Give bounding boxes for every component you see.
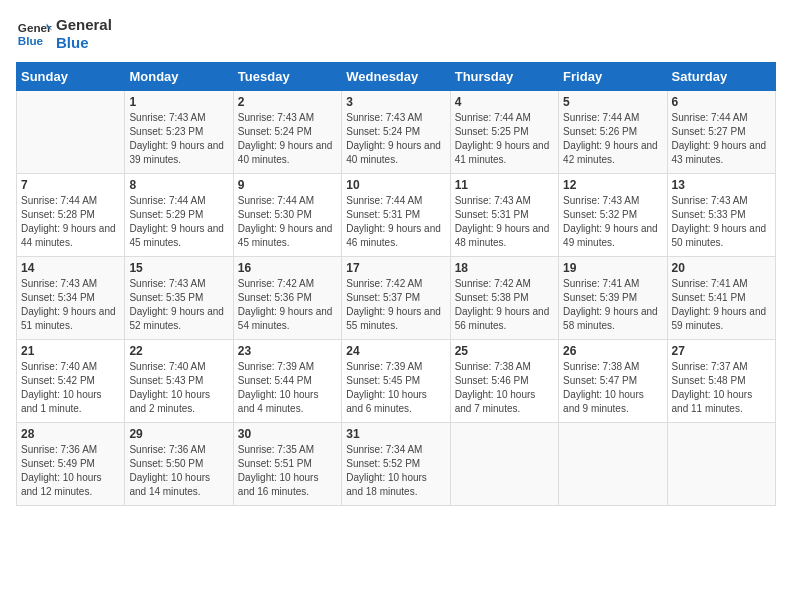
header-thursday: Thursday — [450, 63, 558, 91]
calendar-cell: 28Sunrise: 7:36 AMSunset: 5:49 PMDayligh… — [17, 423, 125, 506]
calendar-cell: 3Sunrise: 7:43 AMSunset: 5:24 PMDaylight… — [342, 91, 450, 174]
calendar-cell: 12Sunrise: 7:43 AMSunset: 5:32 PMDayligh… — [559, 174, 667, 257]
day-info: Sunrise: 7:42 AMSunset: 5:36 PMDaylight:… — [238, 277, 337, 333]
calendar-cell: 9Sunrise: 7:44 AMSunset: 5:30 PMDaylight… — [233, 174, 341, 257]
day-number: 4 — [455, 95, 554, 109]
page-header: General Blue General Blue — [16, 16, 776, 52]
day-info: Sunrise: 7:44 AMSunset: 5:27 PMDaylight:… — [672, 111, 771, 167]
day-info: Sunrise: 7:44 AMSunset: 5:25 PMDaylight:… — [455, 111, 554, 167]
day-info: Sunrise: 7:36 AMSunset: 5:50 PMDaylight:… — [129, 443, 228, 499]
day-number: 10 — [346, 178, 445, 192]
day-number: 13 — [672, 178, 771, 192]
calendar-cell: 13Sunrise: 7:43 AMSunset: 5:33 PMDayligh… — [667, 174, 775, 257]
calendar-cell: 30Sunrise: 7:35 AMSunset: 5:51 PMDayligh… — [233, 423, 341, 506]
day-number: 11 — [455, 178, 554, 192]
day-info: Sunrise: 7:36 AMSunset: 5:49 PMDaylight:… — [21, 443, 120, 499]
day-info: Sunrise: 7:41 AMSunset: 5:39 PMDaylight:… — [563, 277, 662, 333]
day-number: 23 — [238, 344, 337, 358]
day-number: 27 — [672, 344, 771, 358]
calendar-cell: 24Sunrise: 7:39 AMSunset: 5:45 PMDayligh… — [342, 340, 450, 423]
day-number: 20 — [672, 261, 771, 275]
day-info: Sunrise: 7:42 AMSunset: 5:38 PMDaylight:… — [455, 277, 554, 333]
header-friday: Friday — [559, 63, 667, 91]
day-info: Sunrise: 7:35 AMSunset: 5:51 PMDaylight:… — [238, 443, 337, 499]
day-number: 6 — [672, 95, 771, 109]
header-monday: Monday — [125, 63, 233, 91]
calendar-cell: 4Sunrise: 7:44 AMSunset: 5:25 PMDaylight… — [450, 91, 558, 174]
week-row-3: 21Sunrise: 7:40 AMSunset: 5:42 PMDayligh… — [17, 340, 776, 423]
header-sunday: Sunday — [17, 63, 125, 91]
calendar-cell: 20Sunrise: 7:41 AMSunset: 5:41 PMDayligh… — [667, 257, 775, 340]
day-info: Sunrise: 7:43 AMSunset: 5:24 PMDaylight:… — [238, 111, 337, 167]
calendar-cell: 29Sunrise: 7:36 AMSunset: 5:50 PMDayligh… — [125, 423, 233, 506]
logo-blue: Blue — [56, 34, 112, 52]
day-info: Sunrise: 7:43 AMSunset: 5:35 PMDaylight:… — [129, 277, 228, 333]
day-number: 26 — [563, 344, 662, 358]
day-info: Sunrise: 7:40 AMSunset: 5:43 PMDaylight:… — [129, 360, 228, 416]
day-info: Sunrise: 7:43 AMSunset: 5:31 PMDaylight:… — [455, 194, 554, 250]
day-number: 24 — [346, 344, 445, 358]
logo-general: General — [56, 16, 112, 34]
day-number: 14 — [21, 261, 120, 275]
day-number: 5 — [563, 95, 662, 109]
calendar-cell: 2Sunrise: 7:43 AMSunset: 5:24 PMDaylight… — [233, 91, 341, 174]
calendar-cell: 8Sunrise: 7:44 AMSunset: 5:29 PMDaylight… — [125, 174, 233, 257]
week-row-0: 1Sunrise: 7:43 AMSunset: 5:23 PMDaylight… — [17, 91, 776, 174]
day-info: Sunrise: 7:42 AMSunset: 5:37 PMDaylight:… — [346, 277, 445, 333]
calendar-header: SundayMondayTuesdayWednesdayThursdayFrid… — [17, 63, 776, 91]
header-row: SundayMondayTuesdayWednesdayThursdayFrid… — [17, 63, 776, 91]
day-number: 29 — [129, 427, 228, 441]
calendar-cell: 17Sunrise: 7:42 AMSunset: 5:37 PMDayligh… — [342, 257, 450, 340]
day-info: Sunrise: 7:43 AMSunset: 5:24 PMDaylight:… — [346, 111, 445, 167]
day-number: 2 — [238, 95, 337, 109]
calendar-cell: 19Sunrise: 7:41 AMSunset: 5:39 PMDayligh… — [559, 257, 667, 340]
day-number: 17 — [346, 261, 445, 275]
calendar-cell — [17, 91, 125, 174]
day-info: Sunrise: 7:40 AMSunset: 5:42 PMDaylight:… — [21, 360, 120, 416]
day-number: 28 — [21, 427, 120, 441]
day-number: 30 — [238, 427, 337, 441]
day-info: Sunrise: 7:39 AMSunset: 5:45 PMDaylight:… — [346, 360, 445, 416]
day-number: 3 — [346, 95, 445, 109]
calendar-cell: 11Sunrise: 7:43 AMSunset: 5:31 PMDayligh… — [450, 174, 558, 257]
day-number: 8 — [129, 178, 228, 192]
day-number: 25 — [455, 344, 554, 358]
header-saturday: Saturday — [667, 63, 775, 91]
day-info: Sunrise: 7:38 AMSunset: 5:46 PMDaylight:… — [455, 360, 554, 416]
day-number: 31 — [346, 427, 445, 441]
calendar-cell: 14Sunrise: 7:43 AMSunset: 5:34 PMDayligh… — [17, 257, 125, 340]
calendar-cell: 21Sunrise: 7:40 AMSunset: 5:42 PMDayligh… — [17, 340, 125, 423]
calendar-cell — [559, 423, 667, 506]
day-info: Sunrise: 7:39 AMSunset: 5:44 PMDaylight:… — [238, 360, 337, 416]
logo-icon: General Blue — [16, 16, 52, 52]
day-info: Sunrise: 7:44 AMSunset: 5:30 PMDaylight:… — [238, 194, 337, 250]
header-tuesday: Tuesday — [233, 63, 341, 91]
week-row-1: 7Sunrise: 7:44 AMSunset: 5:28 PMDaylight… — [17, 174, 776, 257]
week-row-4: 28Sunrise: 7:36 AMSunset: 5:49 PMDayligh… — [17, 423, 776, 506]
day-info: Sunrise: 7:43 AMSunset: 5:23 PMDaylight:… — [129, 111, 228, 167]
week-row-2: 14Sunrise: 7:43 AMSunset: 5:34 PMDayligh… — [17, 257, 776, 340]
day-number: 21 — [21, 344, 120, 358]
day-number: 1 — [129, 95, 228, 109]
day-info: Sunrise: 7:43 AMSunset: 5:32 PMDaylight:… — [563, 194, 662, 250]
calendar-cell: 31Sunrise: 7:34 AMSunset: 5:52 PMDayligh… — [342, 423, 450, 506]
calendar-table: SundayMondayTuesdayWednesdayThursdayFrid… — [16, 62, 776, 506]
calendar-cell: 1Sunrise: 7:43 AMSunset: 5:23 PMDaylight… — [125, 91, 233, 174]
day-info: Sunrise: 7:44 AMSunset: 5:26 PMDaylight:… — [563, 111, 662, 167]
svg-text:Blue: Blue — [18, 34, 44, 47]
calendar-cell: 6Sunrise: 7:44 AMSunset: 5:27 PMDaylight… — [667, 91, 775, 174]
calendar-cell: 16Sunrise: 7:42 AMSunset: 5:36 PMDayligh… — [233, 257, 341, 340]
day-info: Sunrise: 7:41 AMSunset: 5:41 PMDaylight:… — [672, 277, 771, 333]
day-number: 19 — [563, 261, 662, 275]
calendar-cell: 26Sunrise: 7:38 AMSunset: 5:47 PMDayligh… — [559, 340, 667, 423]
day-number: 16 — [238, 261, 337, 275]
calendar-cell: 18Sunrise: 7:42 AMSunset: 5:38 PMDayligh… — [450, 257, 558, 340]
day-number: 22 — [129, 344, 228, 358]
calendar-body: 1Sunrise: 7:43 AMSunset: 5:23 PMDaylight… — [17, 91, 776, 506]
day-info: Sunrise: 7:43 AMSunset: 5:33 PMDaylight:… — [672, 194, 771, 250]
day-info: Sunrise: 7:37 AMSunset: 5:48 PMDaylight:… — [672, 360, 771, 416]
day-number: 7 — [21, 178, 120, 192]
calendar-cell: 22Sunrise: 7:40 AMSunset: 5:43 PMDayligh… — [125, 340, 233, 423]
day-info: Sunrise: 7:44 AMSunset: 5:31 PMDaylight:… — [346, 194, 445, 250]
calendar-cell: 27Sunrise: 7:37 AMSunset: 5:48 PMDayligh… — [667, 340, 775, 423]
